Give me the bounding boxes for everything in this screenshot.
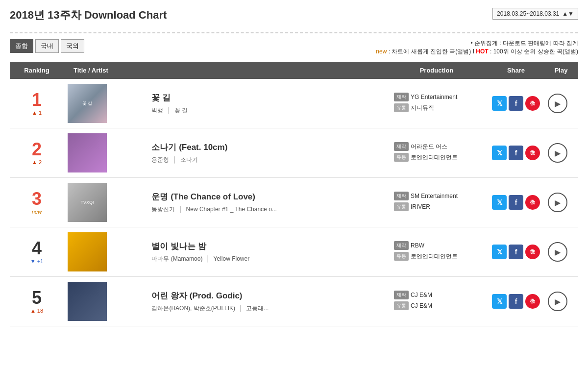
song-meta: 빅뱅 │ 꽃 길 bbox=[151, 106, 381, 115]
prod-row: 제작 RBW bbox=[389, 241, 484, 250]
prod-name: CJ E&M bbox=[411, 292, 432, 298]
production-cell: 제작 YG Entertainment 유통 지니뮤직 bbox=[385, 79, 488, 128]
prod-tag: 제작 bbox=[394, 291, 409, 299]
dist-name: 로엔엔터테인먼트 bbox=[411, 153, 458, 162]
rank-number: 3 bbox=[14, 190, 60, 208]
prod-name: 어라운드 어스 bbox=[411, 143, 447, 151]
hot-label: HOT bbox=[476, 48, 488, 55]
table-row: 2 ▲ 2 소나기 (Feat. 10cm) 용준형 │ 소나기 제작 어라운드… bbox=[10, 128, 578, 178]
prod-tag: 제작 bbox=[394, 192, 409, 200]
weibo-icon[interactable]: 微 bbox=[525, 96, 540, 111]
page-title: 2018년 13주차 Download Chart bbox=[10, 8, 167, 23]
table-row: 5 ▲ 18 어린 왕자 (Prod. Godic) 김하온(HAON), 박준… bbox=[10, 277, 578, 326]
weibo-icon[interactable]: 微 bbox=[525, 294, 540, 309]
album-thumb-cell: 꽃 길 bbox=[64, 79, 147, 128]
header-play: Play bbox=[544, 62, 578, 79]
twitter-icon[interactable]: 𝕏 bbox=[492, 96, 507, 111]
dist-name: IRIVER bbox=[411, 203, 430, 210]
weibo-icon[interactable]: 微 bbox=[525, 195, 540, 210]
album-thumbnail bbox=[68, 133, 107, 172]
share-icons: 𝕏 f 微 bbox=[492, 195, 540, 210]
production-cell: 제작 RBW 유통 로엔엔터테인먼트 bbox=[385, 227, 488, 277]
rank-number: 2 bbox=[14, 141, 60, 158]
divider bbox=[10, 32, 578, 33]
rank-number: 1 bbox=[14, 91, 60, 109]
dist-tag: 유통 bbox=[394, 252, 409, 261]
tab-international[interactable]: 국외 bbox=[61, 39, 84, 53]
share-cell: 𝕏 f 微 bbox=[488, 277, 544, 326]
dist-tag: 유통 bbox=[394, 103, 409, 112]
weibo-icon[interactable]: 微 bbox=[525, 245, 540, 259]
share-icons: 𝕏 f 微 bbox=[492, 96, 540, 111]
twitter-icon[interactable]: 𝕏 bbox=[492, 195, 507, 210]
dist-name: CJ E&M bbox=[411, 302, 432, 309]
facebook-icon[interactable]: f bbox=[509, 146, 523, 160]
rank-number: 4 bbox=[14, 240, 60, 257]
dist-name: 로엔엔터테인먼트 bbox=[411, 252, 458, 261]
new-label: new bbox=[376, 48, 387, 55]
album-thumb-cell bbox=[64, 227, 147, 277]
rank-cell: 4 ▼ +1 bbox=[10, 227, 64, 277]
separator: │ bbox=[167, 107, 171, 114]
share-cell: 𝕏 f 微 bbox=[488, 227, 544, 277]
twitter-icon[interactable]: 𝕏 bbox=[492, 245, 507, 259]
separator: │ bbox=[239, 305, 243, 312]
title-cell: 별이 빛나는 밤 마마무 (Mamamoo) │ Yellow Flower bbox=[147, 227, 385, 277]
weibo-icon[interactable]: 微 bbox=[525, 146, 540, 160]
dist-tag: 유통 bbox=[394, 153, 409, 162]
twitter-icon[interactable]: 𝕏 bbox=[492, 294, 507, 309]
play-cell: ▶ bbox=[544, 178, 578, 227]
play-cell: ▶ bbox=[544, 79, 578, 128]
play-button[interactable]: ▶ bbox=[548, 242, 567, 262]
header-share: Share bbox=[488, 62, 544, 79]
top-bar: 2018년 13주차 Download Chart 2018.03.25~201… bbox=[10, 8, 578, 27]
dist-tag: 유통 bbox=[394, 202, 409, 211]
legend-mid: : 차트에 새롭게 진입한 곡(앨범) I bbox=[387, 48, 476, 55]
legend-suffix: : 100위 이상 순위 상승한 곡(앨범) bbox=[489, 48, 578, 55]
rank-cell: 2 ▲ 2 bbox=[10, 128, 64, 178]
dist-row: 유통 CJ E&M bbox=[389, 301, 484, 310]
prod-tag: 제작 bbox=[394, 241, 409, 250]
separator: │ bbox=[173, 156, 177, 163]
play-button[interactable]: ▶ bbox=[548, 143, 567, 163]
play-button[interactable]: ▶ bbox=[548, 193, 567, 212]
rank-cell: 1 ▲ 1 bbox=[10, 79, 64, 128]
song-meta: 마마무 (Mamamoo) │ Yellow Flower bbox=[151, 255, 381, 263]
twitter-icon[interactable]: 𝕏 bbox=[492, 146, 507, 160]
header-title: Title / Artist bbox=[64, 62, 385, 79]
facebook-icon[interactable]: f bbox=[509, 195, 523, 210]
song-title: 운명 (The Chance of Love) bbox=[151, 191, 381, 202]
rank-cell: 3 new bbox=[10, 178, 64, 227]
dist-row: 유통 지니뮤직 bbox=[389, 103, 484, 112]
rank-change-up: ▲ 2 bbox=[32, 159, 42, 165]
chart-table: Ranking Title / Artist Production Share … bbox=[10, 62, 578, 326]
dist-row: 유통 로엔엔터테인먼트 bbox=[389, 252, 484, 261]
production-cell: 제작 SM Entertainment 유통 IRIVER bbox=[385, 178, 488, 227]
tab-domestic[interactable]: 국내 bbox=[35, 39, 59, 53]
album-thumb-cell: TVXQ! bbox=[64, 178, 147, 227]
title-cell: 운명 (The Chance of Love) 동방신기 │ New Chapt… bbox=[147, 178, 385, 227]
dist-row: 유통 IRIVER bbox=[389, 202, 484, 211]
facebook-icon[interactable]: f bbox=[509, 294, 523, 309]
song-meta: 동방신기 │ New Chapter #1 _ The Chance o... bbox=[151, 205, 381, 214]
page-container: 2018년 13주차 Download Chart 2018.03.25~201… bbox=[0, 0, 588, 334]
facebook-icon[interactable]: f bbox=[509, 245, 523, 259]
album-thumbnail bbox=[68, 282, 107, 321]
table-row: 4 ▼ +1 별이 빛나는 밤 마마무 (Mamamoo) │ Yellow F… bbox=[10, 227, 578, 277]
prod-name: YG Entertainment bbox=[411, 94, 457, 100]
legend-box: • 순위집계 : 다운로드 판매량에 따라 집계 new : 차트에 새롭게 진… bbox=[376, 39, 578, 56]
play-button[interactable]: ▶ bbox=[548, 292, 567, 311]
header-production: Production bbox=[385, 62, 488, 79]
facebook-icon[interactable]: f bbox=[509, 96, 523, 111]
title-cell: 어린 왕자 (Prod. Godic) 김하온(HAON), 박준호(PULLI… bbox=[147, 277, 385, 326]
play-cell: ▶ bbox=[544, 227, 578, 277]
song-title: 어린 왕자 (Prod. Godic) bbox=[151, 290, 381, 301]
song-title: 별이 빛나는 밤 bbox=[151, 241, 381, 252]
separator: │ bbox=[206, 255, 210, 262]
rank-change-down: ▼ +1 bbox=[30, 258, 44, 264]
dist-row: 유통 로엔엔터테인먼트 bbox=[389, 153, 484, 162]
dist-tag: 유통 bbox=[394, 301, 409, 310]
play-button[interactable]: ▶ bbox=[548, 94, 567, 113]
date-selector[interactable]: 2018.03.25~2018.03.31 ▲▼ bbox=[492, 8, 578, 20]
tab-all[interactable]: 종합 bbox=[10, 39, 33, 53]
